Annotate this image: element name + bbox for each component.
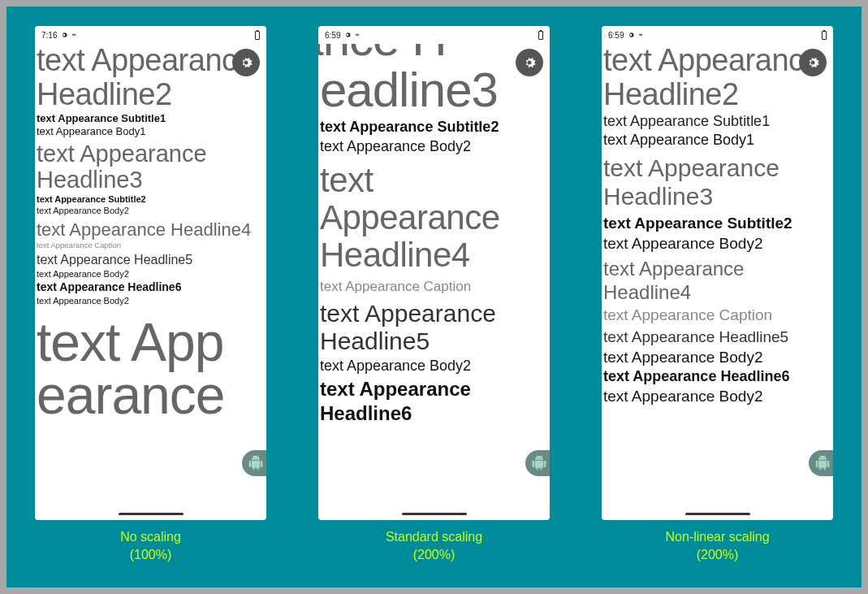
phone-content: text Appearance Headline2 text Appearanc… xyxy=(602,44,833,520)
body1-text: text Appearance Body1 xyxy=(603,131,830,150)
phone-non-linear-scaling: 6:59 •• xyxy=(602,26,833,520)
image-frame: 7:16 •• xyxy=(0,0,868,594)
android-pill[interactable] xyxy=(809,450,833,476)
column-no-scaling: 7:16 •• xyxy=(21,26,281,563)
headline6-text: text Appearance Headline6 xyxy=(37,280,263,294)
headline2-text: text Appearance Headline2 xyxy=(603,44,830,112)
caption-text: text Appearance Caption xyxy=(603,306,830,326)
headline5-text: text Appearance Headline5 xyxy=(320,300,546,356)
network-dots-icon: •• xyxy=(71,31,75,39)
headline6-text: text Appearance Headline6 xyxy=(320,377,546,426)
caption-line1: No scaling xyxy=(120,530,181,544)
settings-fab[interactable] xyxy=(232,49,260,76)
phone-content: arance Headline3 text Appearance Subtitl… xyxy=(318,44,550,520)
android-pill[interactable] xyxy=(525,450,550,476)
headline2-text: text Appearance Headline2 xyxy=(37,44,263,112)
caption-line1: Non-linear scaling xyxy=(665,530,769,544)
phone-content: text Appearance Headline2 text Appearanc… xyxy=(35,44,266,520)
status-left: 7:16 •• xyxy=(41,31,76,40)
comparison-panel: 7:16 •• xyxy=(6,7,862,587)
caption-text: text Appearance Caption xyxy=(320,277,546,297)
android-pill[interactable] xyxy=(242,450,266,476)
headline3-text: text Appearance Headline3 xyxy=(37,141,263,193)
column-non-linear-scaling: 6:59 •• xyxy=(588,26,848,563)
headline5-text: text Appearance Headline5 xyxy=(603,327,830,348)
body2-text-b: text Appearance Body2 xyxy=(320,356,546,375)
network-dots-icon: •• xyxy=(638,31,641,39)
status-bar: 6:59 •• xyxy=(318,26,550,44)
clock-text: 6:59 xyxy=(325,31,340,40)
caption-no-scaling: No scaling (100%) xyxy=(120,528,181,563)
gear-icon xyxy=(343,31,352,39)
gear-icon xyxy=(627,31,635,39)
subtitle1-text: text Appearance Subtitle1 xyxy=(37,112,263,125)
headline4-text: text Appearance Headline4 xyxy=(37,219,263,240)
body2-text-c: text Appearance Body2 xyxy=(603,387,830,407)
android-icon xyxy=(531,455,547,471)
headline5-text: text Appearance Headline5 xyxy=(37,252,263,268)
clock-text: 7:16 xyxy=(41,31,57,40)
gear-icon xyxy=(805,54,821,71)
settings-fab[interactable] xyxy=(516,49,543,76)
caption-line2: (200%) xyxy=(413,548,456,561)
nav-bar-handle[interactable] xyxy=(402,513,467,515)
android-icon xyxy=(248,455,264,471)
caption-text: text Appearance Caption xyxy=(37,241,263,250)
android-icon xyxy=(814,455,831,471)
subtitle2-text: text Appearance Subtitle2 xyxy=(37,193,263,205)
body2-text: text Appearance Body2 xyxy=(37,205,263,216)
column-standard-scaling: 6:59 •• xyxy=(304,26,564,563)
headline3-text-clipped: arance Headline3 xyxy=(318,44,546,115)
subtitle2-text: text Appearance Subtitle2 xyxy=(603,214,830,234)
status-bar: 7:16 •• xyxy=(35,26,266,44)
body2-text-c: text Appearance Body2 xyxy=(37,295,263,306)
gear-icon xyxy=(521,54,538,71)
subtitle2-text: text Appearance Subtitle2 xyxy=(320,117,546,137)
gear-icon xyxy=(60,31,68,39)
battery-icon xyxy=(255,31,260,40)
nav-bar-handle[interactable] xyxy=(685,513,750,515)
phone-standard-scaling: 6:59 •• xyxy=(318,26,550,520)
settings-fab[interactable] xyxy=(799,49,827,76)
status-right xyxy=(822,31,827,40)
clock-text: 6:59 xyxy=(608,31,624,40)
status-right xyxy=(538,31,543,40)
status-right xyxy=(255,31,260,40)
status-bar: 6:59 •• xyxy=(602,26,833,44)
phone-no-scaling: 7:16 •• xyxy=(35,26,266,520)
headline1-text: text Appearance xyxy=(37,316,263,421)
headline3-text: text Appearance Headline3 xyxy=(603,154,830,210)
body1-text: text Appearance Body1 xyxy=(37,125,263,138)
gear-icon xyxy=(238,54,254,71)
body2-text-b: text Appearance Body2 xyxy=(603,348,830,368)
body2-text: text Appearance Body2 xyxy=(603,234,830,254)
headline4-text: text Appearance Headline4 xyxy=(320,162,546,275)
network-dots-icon: •• xyxy=(355,31,358,39)
caption-line1: Standard scaling xyxy=(386,530,482,544)
caption-non-linear-scaling: Non-linear scaling (200%) xyxy=(665,528,769,563)
nav-bar-handle[interactable] xyxy=(119,513,184,515)
caption-line2: (200%) xyxy=(697,548,739,561)
body2-text-b: text Appearance Body2 xyxy=(37,268,263,280)
battery-icon xyxy=(538,31,543,40)
headline6-text: text Appearance Headline6 xyxy=(603,367,830,386)
battery-icon xyxy=(822,31,827,40)
body2-text: text Appearance Body2 xyxy=(320,137,546,156)
headline4-text: text Appearance Headline4 xyxy=(603,258,830,305)
status-left: 6:59 •• xyxy=(325,31,359,40)
caption-line2: (100%) xyxy=(130,548,172,561)
subtitle1-text: text Appearance Subtitle1 xyxy=(603,112,830,131)
caption-standard-scaling: Standard scaling (200%) xyxy=(386,528,482,563)
status-left: 6:59 •• xyxy=(608,31,642,40)
